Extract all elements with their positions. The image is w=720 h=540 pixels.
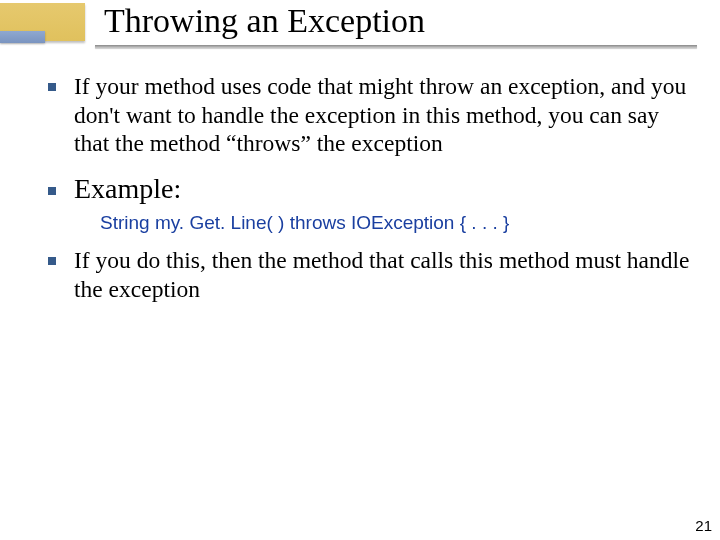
bullet-text: Example: bbox=[74, 172, 181, 206]
square-bullet-icon bbox=[48, 187, 56, 195]
list-item: If your method uses code that might thro… bbox=[48, 72, 690, 158]
slide-title: Throwing an Exception bbox=[104, 2, 425, 40]
bullet-text: If you do this, then the method that cal… bbox=[74, 246, 690, 303]
list-item: Example: bbox=[48, 172, 690, 206]
slide: Throwing an Exception If your method use… bbox=[0, 0, 720, 540]
title-bar: Throwing an Exception bbox=[0, 0, 720, 56]
blue-accent-bar bbox=[0, 31, 45, 43]
slide-content: If your method uses code that might thro… bbox=[48, 72, 690, 317]
square-bullet-icon bbox=[48, 257, 56, 265]
page-number: 21 bbox=[695, 517, 712, 534]
list-item: If you do this, then the method that cal… bbox=[48, 246, 690, 303]
title-underline bbox=[95, 45, 697, 48]
bullet-text: If your method uses code that might thro… bbox=[74, 72, 690, 158]
square-bullet-icon bbox=[48, 83, 56, 91]
code-example: String my. Get. Line( ) throws IOExcepti… bbox=[100, 212, 690, 234]
